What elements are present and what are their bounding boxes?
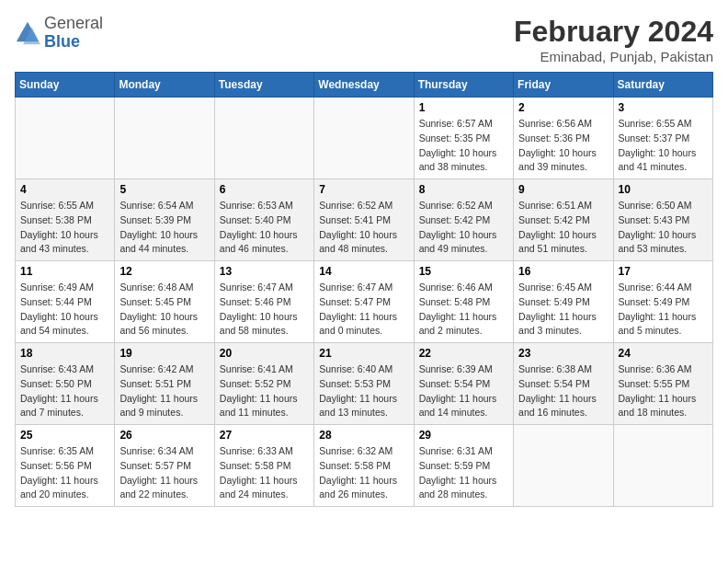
day-info: Sunrise: 6:31 AMSunset: 5:59 PMDaylight:… bbox=[419, 444, 508, 502]
day-info: Sunrise: 6:52 AMSunset: 5:41 PMDaylight:… bbox=[319, 199, 408, 257]
day-info: Sunrise: 6:52 AMSunset: 5:42 PMDaylight:… bbox=[419, 199, 508, 257]
day-number: 1 bbox=[419, 101, 508, 114]
calendar-table: Sunday Monday Tuesday Wednesday Thursday… bbox=[15, 72, 713, 507]
calendar-cell: 7Sunrise: 6:52 AMSunset: 5:41 PMDaylight… bbox=[314, 179, 414, 261]
day-number: 15 bbox=[419, 265, 508, 278]
calendar-cell bbox=[214, 98, 313, 179]
col-tuesday: Tuesday bbox=[214, 73, 313, 98]
col-sunday: Sunday bbox=[16, 73, 115, 98]
calendar-cell: 6Sunrise: 6:53 AMSunset: 5:40 PMDaylight… bbox=[214, 179, 313, 261]
day-info: Sunrise: 6:45 AMSunset: 5:49 PMDaylight:… bbox=[518, 281, 608, 339]
calendar-header: Sunday Monday Tuesday Wednesday Thursday… bbox=[16, 73, 713, 98]
day-number: 16 bbox=[518, 265, 608, 278]
day-info: Sunrise: 6:38 AMSunset: 5:54 PMDaylight:… bbox=[518, 362, 608, 420]
day-number: 23 bbox=[518, 347, 608, 360]
day-info: Sunrise: 6:41 AMSunset: 5:52 PMDaylight:… bbox=[220, 362, 309, 420]
day-info: Sunrise: 6:33 AMSunset: 5:58 PMDaylight:… bbox=[220, 444, 309, 502]
calendar-cell: 11Sunrise: 6:49 AMSunset: 5:44 PMDayligh… bbox=[16, 261, 115, 343]
day-number: 14 bbox=[319, 265, 408, 278]
calendar-cell: 25Sunrise: 6:35 AMSunset: 5:56 PMDayligh… bbox=[16, 425, 115, 507]
logo: General Blue bbox=[15, 15, 103, 52]
page-header: General Blue February 2024 Eminabad, Pun… bbox=[15, 15, 713, 64]
calendar-cell: 12Sunrise: 6:48 AMSunset: 5:45 PMDayligh… bbox=[115, 261, 214, 343]
day-number: 4 bbox=[20, 183, 109, 196]
day-info: Sunrise: 6:54 AMSunset: 5:39 PMDaylight:… bbox=[119, 199, 209, 257]
calendar-cell: 1Sunrise: 6:57 AMSunset: 5:35 PMDaylight… bbox=[414, 98, 513, 179]
calendar-cell: 2Sunrise: 6:56 AMSunset: 5:36 PMDaylight… bbox=[514, 98, 613, 179]
day-info: Sunrise: 6:39 AMSunset: 5:54 PMDaylight:… bbox=[419, 362, 508, 420]
calendar-cell: 10Sunrise: 6:50 AMSunset: 5:43 PMDayligh… bbox=[613, 179, 712, 261]
day-info: Sunrise: 6:32 AMSunset: 5:58 PMDaylight:… bbox=[319, 444, 408, 502]
title-block: February 2024 Eminabad, Punjab, Pakistan bbox=[514, 15, 713, 64]
day-info: Sunrise: 6:47 AMSunset: 5:47 PMDaylight:… bbox=[319, 281, 408, 339]
calendar-cell: 22Sunrise: 6:39 AMSunset: 5:54 PMDayligh… bbox=[414, 343, 513, 425]
day-number: 12 bbox=[119, 265, 209, 278]
location-text: Eminabad, Punjab, Pakistan bbox=[514, 49, 713, 64]
day-number: 20 bbox=[220, 347, 309, 360]
calendar-body: 1Sunrise: 6:57 AMSunset: 5:35 PMDaylight… bbox=[16, 98, 713, 507]
day-info: Sunrise: 6:55 AMSunset: 5:38 PMDaylight:… bbox=[20, 199, 109, 257]
day-info: Sunrise: 6:49 AMSunset: 5:44 PMDaylight:… bbox=[20, 281, 109, 339]
day-number: 2 bbox=[518, 101, 608, 114]
logo-general-text: General bbox=[44, 14, 103, 32]
day-number: 26 bbox=[119, 429, 209, 442]
day-number: 29 bbox=[419, 429, 508, 442]
logo-icon bbox=[15, 20, 40, 46]
calendar-cell bbox=[115, 98, 214, 179]
day-number: 8 bbox=[419, 183, 508, 196]
calendar-cell: 15Sunrise: 6:46 AMSunset: 5:48 PMDayligh… bbox=[414, 261, 513, 343]
calendar-cell bbox=[514, 425, 613, 507]
day-info: Sunrise: 6:50 AMSunset: 5:43 PMDaylight:… bbox=[619, 199, 708, 257]
day-number: 22 bbox=[419, 347, 508, 360]
day-number: 13 bbox=[220, 265, 309, 278]
calendar-cell: 5Sunrise: 6:54 AMSunset: 5:39 PMDaylight… bbox=[115, 179, 214, 261]
day-number: 19 bbox=[119, 347, 209, 360]
header-row: Sunday Monday Tuesday Wednesday Thursday… bbox=[16, 73, 713, 98]
calendar-cell: 23Sunrise: 6:38 AMSunset: 5:54 PMDayligh… bbox=[514, 343, 613, 425]
day-info: Sunrise: 6:34 AMSunset: 5:57 PMDaylight:… bbox=[119, 444, 209, 502]
day-number: 6 bbox=[220, 183, 309, 196]
day-number: 25 bbox=[20, 429, 109, 442]
day-info: Sunrise: 6:47 AMSunset: 5:46 PMDaylight:… bbox=[220, 281, 309, 339]
day-number: 28 bbox=[319, 429, 408, 442]
day-number: 17 bbox=[619, 265, 708, 278]
day-number: 24 bbox=[619, 347, 708, 360]
calendar-cell bbox=[16, 98, 115, 179]
calendar-cell: 17Sunrise: 6:44 AMSunset: 5:49 PMDayligh… bbox=[613, 261, 712, 343]
calendar-cell: 19Sunrise: 6:42 AMSunset: 5:51 PMDayligh… bbox=[115, 343, 214, 425]
col-saturday: Saturday bbox=[613, 73, 712, 98]
calendar-cell: 3Sunrise: 6:55 AMSunset: 5:37 PMDaylight… bbox=[613, 98, 712, 179]
calendar-cell: 14Sunrise: 6:47 AMSunset: 5:47 PMDayligh… bbox=[314, 261, 414, 343]
calendar-cell: 16Sunrise: 6:45 AMSunset: 5:49 PMDayligh… bbox=[514, 261, 613, 343]
day-number: 27 bbox=[220, 429, 309, 442]
calendar-cell: 4Sunrise: 6:55 AMSunset: 5:38 PMDaylight… bbox=[16, 179, 115, 261]
calendar-cell: 8Sunrise: 6:52 AMSunset: 5:42 PMDaylight… bbox=[414, 179, 513, 261]
col-wednesday: Wednesday bbox=[314, 73, 414, 98]
day-info: Sunrise: 6:43 AMSunset: 5:50 PMDaylight:… bbox=[20, 362, 109, 420]
day-number: 7 bbox=[319, 183, 408, 196]
calendar-cell bbox=[314, 98, 414, 179]
day-info: Sunrise: 6:46 AMSunset: 5:48 PMDaylight:… bbox=[419, 281, 508, 339]
day-number: 10 bbox=[619, 183, 708, 196]
day-info: Sunrise: 6:56 AMSunset: 5:36 PMDaylight:… bbox=[518, 117, 608, 175]
day-info: Sunrise: 6:55 AMSunset: 5:37 PMDaylight:… bbox=[619, 117, 708, 175]
day-info: Sunrise: 6:36 AMSunset: 5:55 PMDaylight:… bbox=[619, 362, 708, 420]
day-info: Sunrise: 6:57 AMSunset: 5:35 PMDaylight:… bbox=[419, 117, 508, 175]
day-number: 18 bbox=[20, 347, 109, 360]
calendar-week-4: 18Sunrise: 6:43 AMSunset: 5:50 PMDayligh… bbox=[16, 343, 713, 425]
logo-blue-text: Blue bbox=[44, 32, 80, 51]
day-info: Sunrise: 6:48 AMSunset: 5:45 PMDaylight:… bbox=[119, 281, 209, 339]
calendar-cell: 28Sunrise: 6:32 AMSunset: 5:58 PMDayligh… bbox=[314, 425, 414, 507]
calendar-week-2: 4Sunrise: 6:55 AMSunset: 5:38 PMDaylight… bbox=[16, 179, 713, 261]
calendar-cell: 13Sunrise: 6:47 AMSunset: 5:46 PMDayligh… bbox=[214, 261, 313, 343]
col-monday: Monday bbox=[115, 73, 214, 98]
calendar-week-3: 11Sunrise: 6:49 AMSunset: 5:44 PMDayligh… bbox=[16, 261, 713, 343]
calendar-week-1: 1Sunrise: 6:57 AMSunset: 5:35 PMDaylight… bbox=[16, 98, 713, 179]
calendar-cell: 20Sunrise: 6:41 AMSunset: 5:52 PMDayligh… bbox=[214, 343, 313, 425]
calendar-week-5: 25Sunrise: 6:35 AMSunset: 5:56 PMDayligh… bbox=[16, 425, 713, 507]
day-number: 21 bbox=[319, 347, 408, 360]
day-info: Sunrise: 6:40 AMSunset: 5:53 PMDaylight:… bbox=[319, 362, 408, 420]
day-info: Sunrise: 6:51 AMSunset: 5:42 PMDaylight:… bbox=[518, 199, 608, 257]
day-number: 5 bbox=[119, 183, 209, 196]
calendar-cell: 21Sunrise: 6:40 AMSunset: 5:53 PMDayligh… bbox=[314, 343, 414, 425]
